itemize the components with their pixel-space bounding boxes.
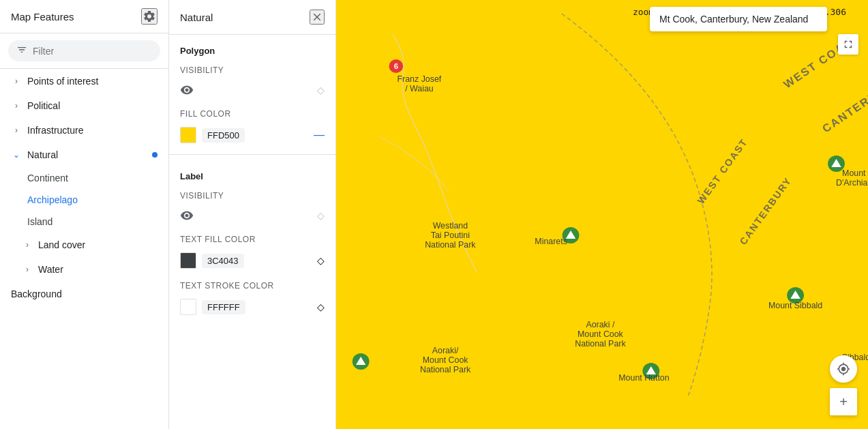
sub-item-label: Continent [27, 173, 68, 183]
label-section-label: Label [169, 160, 335, 184]
left-header: Map Features [0, 0, 168, 33]
sidebar-item-label: Land cover [38, 239, 85, 250]
sidebar-item-label: Background [11, 289, 62, 299]
visibility-label-polygon: Visibility [169, 59, 335, 78]
chevron-right-icon: › [22, 240, 33, 250]
text-fill-color-label: Text fill color [169, 228, 335, 247]
filter-icon [16, 44, 27, 57]
svg-point-6 [642, 363, 659, 379]
filter-input[interactable] [33, 46, 152, 57]
svg-point-2 [828, 156, 845, 172]
visibility-row-polygon: ◇ [169, 78, 335, 102]
map-area[interactable]: zoom: 11 lat: -43.503 lng: 170.306 Mt Co… [336, 0, 868, 429]
sidebar-item-infrastructure[interactable]: › Infrastructure [0, 118, 168, 143]
minus-icon[interactable]: — [314, 129, 325, 141]
svg-text:Mount Cook: Mount Cook [423, 355, 469, 365]
fill-color-row: FFD500 — [169, 121, 335, 149]
svg-text:Mount Hutton: Mount Hutton [618, 373, 669, 383]
svg-text:D'Archiac: D'Archiac [836, 178, 868, 188]
active-dot [152, 152, 158, 158]
chevron-right-icon: › [22, 265, 33, 274]
sidebar-subitem-island[interactable]: Island [0, 211, 168, 233]
text-fill-color-code[interactable]: 3C4043 [202, 254, 244, 268]
svg-text:Tai Poutini: Tai Poutini [431, 231, 470, 240]
eye-icon-polygon[interactable] [180, 83, 194, 97]
chevron-right-icon: › [11, 76, 22, 86]
sidebar-item-water[interactable]: › Water [0, 257, 168, 282]
sidebar-subitem-continent[interactable]: Continent [0, 167, 168, 189]
sub-item-label: Island [27, 216, 53, 227]
diamond-icon-visibility-label[interactable]: ◇ [317, 210, 325, 221]
sidebar-item-background[interactable]: Background [0, 282, 168, 306]
svg-text:National Park: National Park [575, 339, 626, 349]
chevron-right-icon: › [11, 101, 22, 110]
svg-point-8 [787, 287, 804, 304]
svg-text:National Park: National Park [425, 240, 476, 250]
close-button[interactable] [310, 10, 325, 25]
svg-text:Mount Cook: Mount Cook [578, 329, 624, 339]
visibility-label-label: Visibility [169, 184, 335, 203]
fill-color-swatch[interactable] [180, 127, 196, 143]
svg-text:Mount: Mount [842, 168, 866, 178]
panel-title: Natural [180, 12, 213, 23]
diamond-icon-text-fill[interactable]: ◇ [317, 255, 325, 266]
chevron-down-icon: ⌄ [11, 150, 22, 160]
sub-item-label: Archipelago [27, 194, 78, 205]
diamond-icon-visibility-polygon[interactable]: ◇ [317, 85, 325, 95]
sidebar-item-land-cover[interactable]: › Land cover [0, 233, 168, 257]
sidebar-subitem-archipelago[interactable]: Archipelago [0, 189, 168, 211]
sidebar-item-label: Infrastructure [27, 125, 83, 136]
svg-text:6: 6 [394, 62, 398, 70]
svg-text:CANTERBURY: CANTERBURY [820, 74, 868, 135]
sidebar-item-points-of-interest[interactable]: › Points of interest [0, 69, 168, 93]
location-button[interactable] [830, 355, 857, 383]
search-box[interactable]: Mt Cook, Canterbury, New Zealand [650, 7, 827, 31]
map-features-title: Map Features [11, 11, 74, 23]
text-stroke-color-code[interactable]: FFFFFF [202, 300, 245, 314]
svg-text:Mount Sibbald: Mount Sibbald [768, 301, 822, 310]
middle-header: Natural [169, 0, 335, 35]
sidebar-item-label: Political [27, 100, 60, 111]
text-stroke-color-label: Text stroke color [169, 274, 335, 293]
sidebar-item-label: Points of interest [27, 76, 98, 87]
filter-input-wrap [8, 40, 160, 61]
filter-bar [0, 33, 168, 69]
text-fill-color-row: 3C4043 ◇ [169, 247, 335, 274]
left-panel: Map Features › Points of interest › Poli… [0, 0, 169, 429]
sidebar-item-label: Water [38, 264, 63, 275]
polygon-section-label: Polygon [169, 35, 335, 59]
svg-text:National Park: National Park [420, 365, 471, 374]
text-stroke-color-row: FFFFFF ◇ [169, 293, 335, 321]
fill-color-code[interactable]: FFD500 [202, 128, 245, 143]
sidebar-item-natural[interactable]: ⌄ Natural [0, 143, 168, 167]
chevron-right-icon: › [11, 125, 22, 135]
text-fill-color-swatch[interactable] [180, 252, 196, 269]
diamond-icon-text-stroke[interactable]: ◇ [317, 301, 325, 312]
divider [169, 154, 335, 155]
text-stroke-color-swatch[interactable] [180, 299, 196, 315]
svg-marker-7 [646, 366, 656, 374]
svg-point-0 [389, 59, 403, 73]
svg-text:Franz Josef: Franz Josef [398, 74, 442, 84]
svg-marker-3 [831, 159, 841, 167]
svg-text:CANTERBURY: CANTERBURY [737, 175, 794, 247]
svg-point-4 [563, 227, 580, 243]
svg-text:Aoraki /: Aoraki / [586, 320, 615, 329]
gear-button[interactable] [141, 8, 158, 25]
zoom-in-button[interactable]: + [830, 388, 857, 415]
svg-marker-11 [356, 357, 365, 365]
map-overlay: 6 WEST COAST CANTERBURY WEST COAST [336, 0, 868, 429]
svg-text:WEST COAST: WEST COAST [695, 136, 749, 206]
map-controls: + [830, 355, 857, 415]
eye-icon-label[interactable] [180, 209, 194, 222]
svg-text:/ Waiau: / Waiau [405, 84, 434, 93]
expand-button[interactable] [838, 34, 858, 55]
svg-marker-5 [566, 231, 575, 239]
svg-text:Westland: Westland [433, 221, 468, 231]
sidebar-item-political[interactable]: › Political [0, 93, 168, 118]
svg-point-10 [353, 353, 370, 370]
sidebar-item-label: Natural [27, 149, 58, 160]
visibility-row-label: ◇ [169, 203, 335, 228]
middle-panel: Natural Polygon Visibility ◇ Fill color … [169, 0, 336, 429]
svg-text:Aoraki/: Aoraki/ [432, 346, 459, 355]
